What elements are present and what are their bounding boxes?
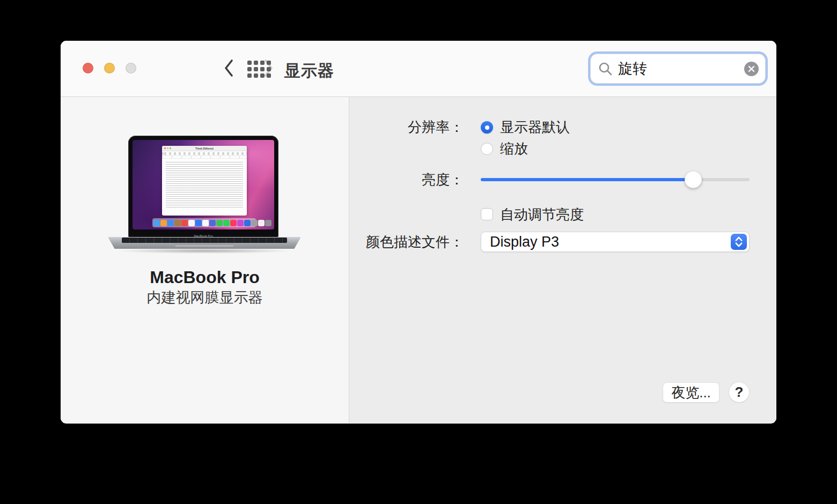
bezel-label: MacBook Pro [140, 234, 267, 238]
radio-default-resolution-label[interactable]: 显示器默认 [500, 118, 570, 136]
laptop-bezel: Think Different MacBook Pro [128, 136, 278, 239]
laptop-wallpaper: Think Different [133, 140, 274, 229]
traffic-lights [83, 63, 136, 73]
help-button[interactable]: ? [729, 382, 750, 403]
macbook-illustration: Think Different MacBook Pro [108, 134, 301, 254]
resolution-label: 分辨率： [349, 118, 464, 136]
preferences-window: 显示器 [61, 41, 776, 424]
titlebar: 显示器 [61, 41, 776, 97]
laptop-trackpad [175, 244, 234, 247]
laptop-keyboard [122, 238, 287, 243]
auto-brightness-checkbox[interactable] [481, 208, 493, 220]
device-name: MacBook Pro [61, 268, 349, 287]
clear-search-button[interactable] [744, 62, 759, 76]
minimize-button[interactable] [104, 63, 115, 73]
close-icon [748, 65, 755, 72]
color-profile-value: Display P3 [490, 234, 731, 250]
chevron-left-icon [223, 58, 235, 78]
color-profile-select[interactable]: Display P3 [481, 232, 750, 252]
brightness-label: 亮度： [349, 171, 464, 188]
radio-scaled-resolution[interactable] [481, 143, 493, 155]
brightness-fill [481, 178, 693, 181]
search-input[interactable] [618, 61, 744, 77]
back-button[interactable] [220, 59, 238, 77]
search-icon [598, 62, 613, 76]
mini-window-title: Think Different [171, 146, 238, 151]
device-subtitle: 内建视网膜显示器 [61, 288, 349, 307]
mini-ruler [162, 156, 247, 159]
zoom-button [126, 63, 136, 73]
laptop-shadow [115, 248, 293, 254]
show-all-grid-icon[interactable] [247, 61, 272, 78]
select-stepper [731, 234, 747, 250]
night-shift-button[interactable]: 夜览... [663, 382, 719, 403]
dock [152, 218, 256, 227]
page-title: 显示器 [284, 60, 334, 82]
color-profile-label: 颜色描述文件： [349, 233, 464, 250]
brightness-knob[interactable] [685, 171, 702, 188]
mini-toolbar [162, 151, 247, 156]
display-preview-pane: Think Different MacBook Pro [61, 97, 349, 423]
mini-document-text [166, 162, 243, 209]
up-down-chevrons-icon [732, 235, 746, 249]
auto-brightness-label[interactable]: 自动调节亮度 [500, 206, 584, 223]
display-settings-pane: 分辨率： 显示器默认 缩放 亮度： 自动调节亮度 颜色描述文件： Display… [349, 97, 776, 423]
radio-default-resolution[interactable] [481, 121, 493, 134]
radio-scaled-resolution-label[interactable]: 缩放 [500, 140, 528, 157]
search-field[interactable] [590, 54, 766, 84]
brightness-slider[interactable] [481, 178, 750, 181]
laptop-base [108, 237, 301, 249]
close-button[interactable] [83, 63, 93, 73]
mini-textedit-window: Think Different [162, 146, 247, 216]
